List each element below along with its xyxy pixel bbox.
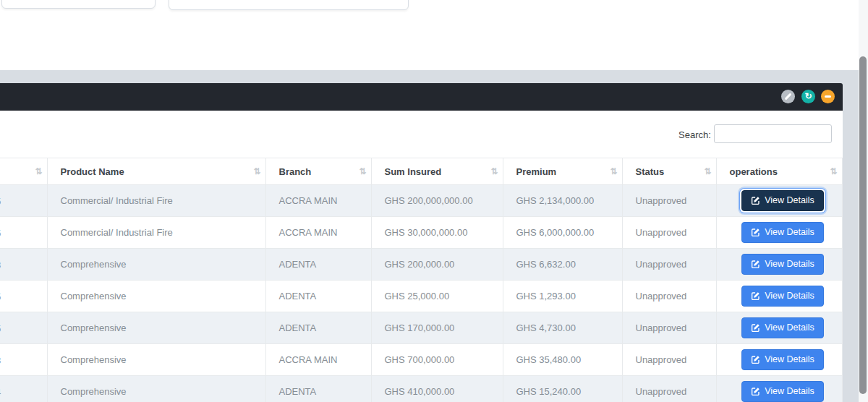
table-row: 5 Commercial/ Industrial Fire ACCRA MAIN… [0, 185, 842, 217]
view-details-button[interactable]: View Details [741, 254, 824, 275]
top-card-left [1, 0, 156, 9]
product-cell: Comprehensive [47, 376, 265, 402]
premium-cell: GHS 6,000,000.00 [503, 217, 622, 249]
policy-id-cell: 3 [0, 344, 47, 376]
sum-insured-cell: GHS 170,000.00 [371, 312, 503, 344]
product-cell: Comprehensive [47, 281, 265, 312]
status-cell: Unapproved [622, 376, 716, 402]
policy-id-cell: 5 [0, 217, 47, 249]
view-details-button[interactable]: View Details [741, 317, 824, 338]
status-cell: Unapproved [622, 217, 716, 249]
branch-cell: ACCRA MAIN [265, 217, 371, 249]
column-header-sum-insured[interactable]: Sum Insured⇅ [371, 158, 503, 185]
sort-icon[interactable]: ⇅ [704, 166, 710, 176]
edit-icon [751, 196, 760, 205]
status-cell: Unapproved [622, 344, 716, 376]
edit-icon [751, 387, 760, 396]
sum-insured-cell: GHS 700,000.00 [371, 344, 503, 376]
sort-icon[interactable]: ⇅ [359, 166, 365, 176]
collapse-icon[interactable] [821, 90, 835, 103]
column-header-id[interactable]: ⇅ [0, 158, 47, 185]
premium-cell: GHS 6,632.00 [503, 249, 622, 281]
sum-insured-cell: GHS 200,000.00 [371, 249, 503, 281]
sort-icon[interactable]: ⇅ [35, 166, 41, 176]
table-header-row: ⇅ Product Name⇅ Branch⇅ Sum Insured⇅ Pre… [0, 158, 842, 185]
policy-id-cell: 5 [0, 281, 47, 312]
premium-cell: GHS 4,730.00 [503, 312, 622, 344]
sum-insured-cell: GHS 25,000.00 [371, 281, 503, 312]
status-cell: Unapproved [622, 185, 716, 217]
edit-icon [751, 228, 760, 237]
table-row: 3 Comprehensive ADENTA GHS 200,000.00 GH… [0, 249, 842, 281]
minus-glyph [825, 95, 831, 98]
branch-cell: ADENTA [265, 312, 371, 344]
sort-icon[interactable]: ⇅ [610, 166, 616, 176]
product-cell: Comprehensive [47, 312, 265, 344]
product-cell: Comprehensive [47, 249, 265, 281]
top-card-right [169, 0, 409, 10]
view-details-button[interactable]: View Details [741, 286, 824, 307]
policies-table: ⇅ Product Name⇅ Branch⇅ Sum Insured⇅ Pre… [0, 158, 842, 402]
edit-icon [751, 323, 760, 333]
column-header-branch[interactable]: Branch⇅ [265, 158, 371, 185]
edit-icon [751, 355, 760, 364]
edit-icon[interactable] [781, 90, 795, 103]
panel-header-bar: ↻ [0, 83, 843, 111]
scrollbar-thumb[interactable] [859, 56, 867, 394]
policy-id-cell: 5 [0, 185, 47, 217]
table-row: 5 Comprehensive ADENTA GHS 170,000.00 GH… [0, 312, 842, 344]
branch-cell: ACCRA MAIN [265, 185, 371, 217]
premium-cell: GHS 35,480.00 [503, 344, 622, 376]
sort-icon[interactable]: ⇅ [490, 166, 497, 176]
view-details-button[interactable]: View Details [741, 222, 824, 243]
screen: ↻ Search: ⇅ Product Name⇅ Branch⇅ Sum In… [0, 0, 868, 402]
policy-id-cell: 3 [0, 249, 47, 281]
view-details-button[interactable]: View Details [741, 349, 824, 370]
search-label: Search: [678, 129, 711, 140]
branch-cell: ADENTA [265, 281, 371, 312]
product-cell: Commercial/ Industrial Fire [47, 217, 265, 249]
column-header-status[interactable]: Status⇅ [622, 158, 716, 185]
sum-insured-cell: GHS 30,000,000.00 [371, 217, 503, 249]
product-cell: Comprehensive [47, 344, 265, 376]
view-details-button[interactable]: View Details [741, 381, 824, 402]
table-row: 5 Commercial/ Industrial Fire ACCRA MAIN… [0, 217, 842, 249]
status-cell: Unapproved [622, 312, 716, 344]
table-row: 4 Comprehensive ADENTA GHS 410,000.00 GH… [0, 376, 842, 402]
search-input[interactable] [714, 124, 832, 143]
column-header-operations[interactable]: operations⇅ [716, 158, 842, 185]
premium-cell: GHS 2,134,000.00 [503, 185, 622, 217]
refresh-icon[interactable]: ↻ [801, 90, 815, 103]
sum-insured-cell: GHS 410,000.00 [371, 376, 503, 402]
view-details-button[interactable]: View Details [741, 190, 824, 211]
edit-icon [751, 291, 760, 301]
branch-cell: ADENTA [265, 249, 371, 281]
policy-id-cell: 5 [0, 312, 47, 344]
policy-id-cell: 4 [0, 376, 47, 402]
branch-cell: ADENTA [265, 376, 371, 402]
premium-cell: GHS 15,240.00 [503, 376, 622, 402]
sum-insured-cell: GHS 200,000,000.00 [371, 185, 503, 217]
table-row: 3 Comprehensive ACCRA MAIN GHS 700,000.0… [0, 344, 842, 376]
status-cell: Unapproved [622, 281, 716, 312]
product-cell: Commercial/ Industrial Fire [47, 185, 265, 217]
pencil-glyph [785, 93, 792, 100]
branch-cell: ACCRA MAIN [265, 344, 371, 376]
refresh-glyph: ↻ [804, 92, 812, 100]
column-header-product-name[interactable]: Product Name⇅ [47, 158, 265, 185]
sort-icon[interactable]: ⇅ [830, 166, 836, 176]
table-row: 5 Comprehensive ADENTA GHS 25,000.00 GHS… [0, 281, 842, 312]
scrollbar-track [859, 0, 868, 402]
premium-cell: GHS 1,293.00 [503, 281, 622, 312]
column-header-premium[interactable]: Premium⇅ [503, 158, 622, 185]
status-cell: Unapproved [622, 249, 716, 281]
edit-icon [751, 260, 760, 269]
sort-icon[interactable]: ⇅ [253, 166, 260, 176]
